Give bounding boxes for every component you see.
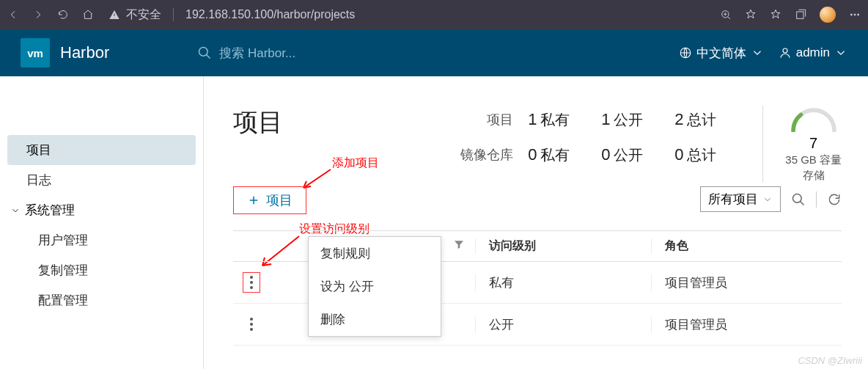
sidebar: 项目 日志 系统管理 用户管理 复制管理 配置管理	[0, 76, 204, 369]
insecure-label: 不安全	[126, 7, 161, 23]
svg-point-8	[793, 194, 802, 202]
url-text[interactable]: 192.168.150.100/harbor/projects	[185, 8, 355, 21]
globe-icon	[679, 46, 692, 59]
sidebar-item-projects[interactable]: 项目	[7, 135, 196, 165]
stat-proj-public: 1公开	[601, 110, 674, 130]
sidebar-item-logs[interactable]: 日志	[0, 165, 203, 195]
stat-proj-total: 2总计	[674, 110, 748, 130]
filter-label: 所有项目	[708, 191, 758, 208]
zoom-icon[interactable]	[720, 9, 732, 21]
search-icon[interactable]	[791, 192, 806, 207]
new-project-label: 项目	[266, 191, 293, 209]
col-role[interactable]: 角色	[651, 238, 842, 254]
language-switcher[interactable]: 中文简体	[679, 45, 764, 62]
stat-row-project: 项目	[460, 106, 528, 134]
watermark: CSDN @ZIwriii	[798, 355, 862, 366]
stat-proj-private: 1私有	[528, 110, 601, 130]
ctx-copy-rule[interactable]: 复制规则	[309, 237, 441, 270]
cell-access: 私有	[475, 274, 651, 291]
back-icon[interactable]	[7, 9, 19, 21]
reload-icon[interactable]	[57, 9, 69, 21]
stat-repo-total: 0总计	[674, 145, 748, 165]
gauge-cap1: 35 GB 容量	[785, 153, 842, 167]
cell-role: 项目管理员	[651, 316, 842, 333]
cell-access: 公开	[475, 316, 651, 333]
chevron-down-icon	[751, 46, 764, 59]
more-icon[interactable]	[849, 9, 861, 21]
svg-point-3	[854, 14, 856, 15]
username-label: admin	[796, 45, 830, 60]
language-label: 中文简体	[696, 45, 746, 62]
bookmark-icon[interactable]	[745, 9, 757, 21]
new-project-button[interactable]: 项目	[233, 186, 306, 214]
sidebar-item-config[interactable]: 配置管理	[0, 285, 203, 315]
refresh-icon[interactable]	[827, 192, 842, 207]
favorites-icon[interactable]	[770, 9, 781, 21]
chevron-down-icon	[834, 46, 847, 59]
search-icon	[197, 45, 212, 60]
filter-icon[interactable]	[453, 238, 465, 250]
col-access-level[interactable]: 访问级别	[475, 238, 651, 254]
gauge-value: 7	[785, 135, 842, 152]
user-icon	[779, 46, 792, 59]
stat-repo-private: 0私有	[528, 145, 601, 165]
collections-icon[interactable]	[795, 9, 806, 21]
cell-role: 项目管理员	[651, 274, 842, 291]
chevron-down-icon	[762, 194, 773, 205]
svg-rect-1	[797, 12, 803, 18]
browser-toolbar: 不安全 192.168.150.100/harbor/projects	[0, 0, 868, 29]
sidebar-item-admin[interactable]: 系统管理	[0, 195, 203, 225]
svg-point-2	[850, 14, 852, 15]
vmware-logo: vm	[21, 38, 50, 67]
sidebar-admin-label: 系统管理	[25, 202, 75, 219]
project-filter-dropdown[interactable]: 所有项目	[700, 186, 781, 212]
row-actions-button[interactable]	[243, 272, 260, 293]
ctx-set-public[interactable]: 设为 公开	[309, 270, 441, 303]
insecure-icon	[108, 9, 120, 21]
forward-icon[interactable]	[32, 9, 44, 21]
main-content: 项目 项目 1私有 1公开 2总计 镜像仓库 0私有 0公开 0总计 7 35 …	[204, 76, 868, 369]
home-icon[interactable]	[82, 9, 94, 21]
global-search[interactable]: 搜索 Harbor...	[197, 45, 295, 62]
chevron-down-icon	[10, 205, 21, 216]
sidebar-item-users[interactable]: 用户管理	[0, 225, 203, 255]
stat-repo-public: 0公开	[601, 145, 674, 165]
sidebar-item-replication[interactable]: 复制管理	[0, 255, 203, 285]
separator	[173, 8, 174, 21]
storage-gauge: 7 35 GB 容量 存储	[762, 106, 842, 183]
ctx-delete[interactable]: 删除	[309, 303, 441, 336]
stat-row-repo: 镜像仓库	[460, 141, 528, 169]
svg-point-7	[783, 48, 787, 53]
svg-point-4	[858, 14, 859, 15]
annotation-add-project: 添加项目	[332, 156, 379, 171]
product-name: Harbor	[60, 43, 109, 62]
row-context-menu: 复制规则 设为 公开 删除	[308, 236, 441, 337]
gauge-cap2: 存储	[785, 169, 842, 183]
search-placeholder: 搜索 Harbor...	[219, 45, 295, 62]
svg-point-5	[199, 48, 208, 56]
user-menu[interactable]: admin	[779, 45, 847, 60]
plus-icon	[247, 194, 260, 207]
app-header: vm Harbor 搜索 Harbor... 中文简体 admin	[0, 29, 868, 76]
row-actions-button[interactable]	[243, 314, 260, 335]
profile-avatar[interactable]	[820, 7, 836, 23]
separator	[816, 191, 817, 208]
gauge-icon	[788, 106, 839, 132]
